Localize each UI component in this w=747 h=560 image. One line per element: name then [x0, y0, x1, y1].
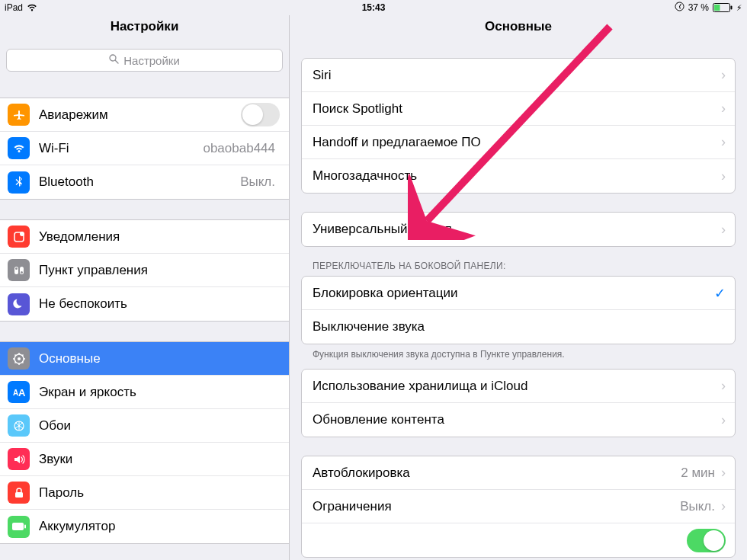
sidebar-item-label: Не беспокоить — [39, 296, 280, 312]
search-placeholder: Настройки — [123, 54, 180, 67]
svg-line-18 — [14, 354, 15, 355]
row-accessibility[interactable]: Универсальный доступ › — [302, 213, 735, 246]
chevron-right-icon: › — [721, 168, 726, 184]
section-header-sideswitch: ПЕРЕКЛЮЧАТЕЛЬ НА БОКОВОЙ ПАНЕЛИ: — [290, 247, 747, 276]
sidebar-item-wifi[interactable]: Wi-Fi obaobab444 — [0, 132, 289, 165]
chevron-right-icon: › — [721, 134, 726, 150]
svg-text:A: A — [18, 387, 26, 398]
row-value: 2 мин — [681, 466, 715, 481]
svg-line-5 — [115, 60, 118, 63]
row-label: Блокировка ориентации — [313, 286, 714, 301]
svg-rect-3 — [731, 6, 733, 10]
row-label: Многозадачность — [313, 168, 721, 184]
wifi-icon — [27, 4, 37, 11]
sidebar-item-label: Wi-Fi — [39, 141, 203, 156]
sidebar-item-label: Обои — [39, 418, 280, 434]
row-label: Автоблокировка — [313, 466, 681, 481]
row-spotlight[interactable]: Поиск Spotlight › — [302, 92, 735, 126]
statusbar-time: 15:43 — [362, 2, 386, 13]
charging-icon: ⚡︎ — [736, 3, 742, 13]
row-label: Siri — [313, 68, 721, 83]
sidebar-item-display[interactable]: AA Экран и яркость — [0, 376, 289, 409]
bluetooth-icon — [8, 171, 30, 194]
row-multitask[interactable]: Многозадачность › — [302, 159, 735, 193]
sidebar-item-notifications[interactable]: Уведомления — [0, 220, 289, 254]
svg-point-7 — [20, 232, 24, 236]
sidebar-item-label: Аккумулятор — [39, 519, 280, 534]
row-restrictions[interactable]: Ограничения Выкл. › — [302, 490, 735, 523]
wifi-settings-icon — [8, 137, 30, 159]
svg-rect-2 — [714, 5, 720, 11]
sidebar-item-label: Уведомления — [39, 229, 280, 245]
row-label: Поиск Spotlight — [313, 101, 721, 117]
svg-line-21 — [22, 354, 23, 355]
sidebar-item-label: Пароль — [39, 485, 280, 501]
content-pane: Основные Siri › Поиск Spotlight › Handof… — [290, 15, 747, 560]
battery-settings-icon — [8, 516, 30, 538]
status-bar: iPad 15:43 37 % ⚡︎ — [0, 0, 747, 15]
svg-point-13 — [18, 357, 21, 360]
row-value: Выкл. — [680, 499, 715, 514]
svg-rect-26 — [15, 492, 23, 498]
row-siri[interactable]: Siri › — [302, 59, 735, 92]
wallpaper-icon — [8, 414, 30, 437]
sidebar-item-general[interactable]: Основные — [0, 342, 289, 376]
airplane-icon — [8, 104, 30, 126]
row-lock-rotation[interactable]: Блокировка ориентации ✓ — [302, 277, 735, 310]
general-icon — [8, 347, 30, 370]
search-input[interactable]: Настройки — [6, 49, 283, 72]
sidebar-item-label: Пункт управления — [39, 263, 280, 278]
svg-rect-27 — [12, 523, 24, 530]
bluetooth-value: Выкл. — [240, 174, 275, 190]
sidebar-item-passcode[interactable]: Пароль — [0, 476, 289, 510]
row-label: Ограничения — [313, 499, 680, 514]
svg-line-20 — [14, 362, 15, 363]
notifications-icon — [8, 226, 30, 248]
search-icon — [109, 54, 119, 66]
sidebar-item-airplane[interactable]: Авиарежим — [0, 98, 289, 132]
settings-sidebar: Настройки Настройки Авиарежим — [0, 15, 290, 560]
device-label: iPad — [5, 2, 23, 13]
row-mute[interactable]: Выключение звука — [302, 310, 735, 344]
row-label: Обновление контента — [313, 412, 721, 427]
row-autolock[interactable]: Автоблокировка 2 мин › — [302, 456, 735, 490]
sidebar-item-dnd[interactable]: Не беспокоить — [0, 287, 289, 321]
toggle-partial[interactable] — [687, 529, 726, 552]
row-background-refresh[interactable]: Обновление контента › — [302, 403, 735, 437]
chevron-right-icon: › — [721, 222, 726, 238]
sidebar-title: Настройки — [0, 15, 289, 49]
battery-icon — [713, 3, 733, 12]
check-icon: ✓ — [714, 285, 726, 302]
chevron-right-icon: › — [721, 67, 726, 83]
sidebar-item-sounds[interactable]: Звуки — [0, 443, 289, 476]
chevron-right-icon: › — [721, 101, 726, 117]
row-storage[interactable]: Использование хранилища и iCloud › — [302, 370, 735, 403]
row-label: Универсальный доступ — [313, 222, 721, 237]
svg-rect-28 — [24, 525, 26, 529]
sidebar-item-label: Основные — [39, 351, 280, 366]
chevron-right-icon: › — [721, 498, 726, 514]
sidebar-item-wallpaper[interactable]: Обои — [0, 409, 289, 443]
row-partial[interactable] — [302, 523, 735, 557]
rotation-lock-icon — [675, 2, 684, 14]
sidebar-item-controlcenter[interactable]: Пункт управления — [0, 254, 289, 287]
row-label: Выключение звука — [313, 319, 726, 334]
battery-percent: 37 % — [688, 2, 709, 13]
chevron-right-icon: › — [721, 378, 726, 394]
chevron-right-icon: › — [721, 412, 726, 428]
airplane-toggle[interactable] — [241, 103, 280, 126]
dnd-icon — [8, 293, 30, 315]
svg-point-10 — [15, 267, 18, 270]
chevron-right-icon: › — [721, 465, 726, 481]
sidebar-item-battery[interactable]: Аккумулятор — [0, 510, 289, 543]
controlcenter-icon — [8, 259, 30, 281]
sidebar-item-label: Авиарежим — [39, 107, 241, 123]
passcode-icon — [8, 482, 30, 504]
sidebar-item-label: Bluetooth — [39, 174, 240, 190]
row-handoff[interactable]: Handoff и предлагаемое ПО › — [302, 126, 735, 159]
sounds-icon — [8, 448, 30, 470]
svg-line-19 — [22, 362, 23, 363]
row-label: Использование хранилища и iCloud — [313, 379, 721, 394]
display-icon: AA — [8, 381, 30, 403]
sidebar-item-bluetooth[interactable]: Bluetooth Выкл. — [0, 165, 289, 199]
